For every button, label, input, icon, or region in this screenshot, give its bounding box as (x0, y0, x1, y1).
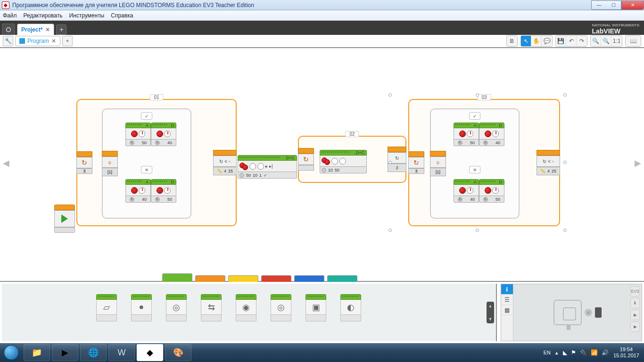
switch-block[interactable]: ⬨[1] ✓ ✕ A ↻50 D ↻40 A ↻40 (102, 108, 191, 219)
content-editor-icon[interactable]: 📖 (626, 36, 641, 46)
palette-block[interactable]: ◎ (271, 294, 291, 321)
help-group: 📖 (625, 35, 641, 47)
motor-pair-true: A ↻50 D ↻40 (125, 123, 176, 146)
taskbar-paint-icon[interactable]: 🎨 (165, 344, 191, 361)
close-icon[interactable]: ✕ (45, 26, 50, 33)
program-icon (19, 38, 25, 44)
windows-taskbar: 📁 ▶ 🌐 W ◆ 🎨 EN ▴ ◣ ⚑ 🔌 📶 🔊 19:54 15.01.2… (0, 343, 644, 362)
menu-tools[interactable]: Инструменты (69, 12, 104, 19)
wrench-icon[interactable]: 🔧 (3, 36, 13, 46)
zoom-in-icon[interactable]: 🔍 (601, 36, 611, 46)
palette-tab-action[interactable] (162, 273, 192, 282)
pan-icon[interactable]: ✋ (531, 36, 542, 46)
taskbar-clock[interactable]: 19:54 15.01.2017 (613, 346, 639, 359)
run-selected-icon[interactable]: ▶ (630, 321, 640, 332)
motor-block-a[interactable]: A ↻40 (125, 179, 151, 203)
palette-tab-data[interactable] (261, 275, 291, 282)
zoom-out-icon[interactable]: 🔍 (591, 36, 601, 46)
minimize-button[interactable]: — (591, 0, 606, 10)
app-icon: ◆ (2, 1, 9, 9)
download-icon[interactable]: ⬇ (630, 298, 640, 308)
tray-power-icon[interactable]: 🔌 (580, 349, 587, 356)
motor-pair-false: A ↻40 D ↻50 (125, 179, 176, 203)
tray-flag-icon[interactable]: ⚑ (571, 349, 576, 356)
document-icon[interactable]: 🗎 (507, 36, 517, 46)
taskbar-explorer-icon[interactable]: 📁 (24, 344, 50, 361)
loop-block-01[interactable]: 01 ↻3 ↻ < ▫ 📏425 ⬨[1] ✓ ✕ A ↻50 D (76, 99, 237, 226)
menu-help[interactable]: Справка (111, 12, 133, 19)
language-indicator[interactable]: EN (544, 350, 551, 355)
palette-block[interactable]: ◐ (340, 294, 361, 321)
menu-file[interactable]: Файл (3, 12, 17, 19)
move-tank-block[interactable]: D+C ▸▸| 50101✓ (238, 155, 297, 179)
case-false-mark[interactable]: ✕ (141, 166, 152, 173)
tray-volume-icon[interactable]: 🔊 (602, 349, 609, 356)
motor-block-d[interactable]: D ↻50 (151, 179, 176, 203)
run-icon[interactable]: ▶ (630, 310, 640, 320)
taskbar-media-icon[interactable]: ▶ (52, 344, 78, 361)
palette-tab-myblocks[interactable] (327, 275, 357, 282)
redo-icon[interactable]: ↷ (577, 36, 587, 46)
maximize-button[interactable]: ☐ (606, 0, 621, 10)
window-titlebar: ◆ Программное обеспечение для учителя LE… (0, 0, 644, 10)
case-true-mark[interactable]: ✓ (141, 112, 152, 120)
port-view-icon[interactable]: ☰ (501, 295, 513, 305)
ev3-label[interactable]: EV3 (630, 286, 640, 296)
lobby-button[interactable] (2, 24, 15, 35)
palette-tab-sensor[interactable] (228, 275, 258, 282)
palette-block[interactable]: ● (131, 294, 152, 321)
program-tab-bar: 🔧 Program ✕ + 🗎 ↖ ✋ 💬 💾 ↶ ↷ 🔍 🔍 1:1 📖 (0, 35, 644, 48)
program-tab-label: Program (27, 38, 49, 44)
bottom-panel: ▱ ● ◎ ⇆ ◉ ◎ ▣ ◐ ▲▼ ℹ ☰ ▦ ✕ EV3 ⬇ ▶ ▶ (0, 281, 644, 343)
menu-edit[interactable]: Редактировать (24, 12, 63, 19)
program-tab[interactable]: Program ✕ (15, 36, 60, 46)
loop-start: ↻3 (76, 151, 92, 174)
pointer-icon[interactable]: ↖ (521, 36, 531, 46)
zoom-reset-button[interactable]: 1:1 (611, 36, 622, 46)
palette-scroll[interactable]: ▲▼ (487, 302, 494, 323)
sequence-nav-left-icon[interactable]: ◀ (3, 158, 9, 168)
document-group: 🗎 (506, 35, 518, 47)
start-button[interactable] (0, 343, 23, 362)
tray-security-icon[interactable]: ◣ (563, 349, 567, 356)
brick-info-icon[interactable]: ℹ (501, 284, 513, 295)
system-tray: EN ▴ ◣ ⚑ 🔌 📶 🔊 19:54 15.01.2017 (544, 346, 644, 359)
program-canvas[interactable]: ◀ ▶ 01 ↻3 ↻ < ▫ 📏425 ⬨[1] ✓ ✕ A (0, 48, 644, 278)
tray-chevron-icon[interactable]: ▴ (555, 350, 558, 356)
block-palette: ▱ ● ◎ ⇆ ◉ ◎ ▣ ◐ ▲▼ (2, 284, 497, 341)
sequence-nav-right-icon[interactable]: ▶ (635, 158, 641, 168)
usb-icon (595, 307, 602, 318)
taskbar-word-icon[interactable]: W (108, 344, 135, 361)
add-project-button[interactable]: + (56, 25, 66, 35)
motor-block-a[interactable]: A ↻50 (125, 123, 151, 146)
save-icon[interactable]: 💾 (556, 36, 566, 46)
palette-block[interactable]: ⇆ (201, 294, 222, 321)
undo-icon[interactable]: ↶ (566, 36, 577, 46)
motor-block-d[interactable]: D ↻40 (151, 123, 176, 146)
project-tab-bar: Project* ✕ + NATIONAL INSTRUMENTSLabVIEW (0, 21, 644, 35)
project-tab[interactable]: Project* ✕ (17, 24, 54, 35)
taskbar-chrome-icon[interactable]: 🌐 (80, 344, 107, 361)
palette-block[interactable]: ◎ (166, 294, 187, 321)
window-title: Программное обеспечение для учителя LEGO… (12, 2, 254, 8)
loop-end[interactable]: ↻ < ▫ 📏425 (213, 150, 237, 175)
palette-tab-advanced[interactable] (294, 275, 324, 282)
close-icon[interactable]: ✕ (51, 38, 56, 44)
tray-network-icon[interactable]: 📶 (591, 349, 598, 356)
loop-label: 01 (149, 94, 163, 100)
hardware-page: ℹ ☰ ▦ ✕ (501, 284, 642, 341)
available-bricks-icon[interactable]: ▦ (501, 305, 513, 315)
taskbar-ev3-icon[interactable]: ◆ (137, 344, 163, 361)
menu-bar: Файл Редактировать Инструменты Справка (0, 10, 644, 21)
palette-block[interactable]: ◉ (236, 294, 256, 321)
palette-block[interactable]: ▣ (305, 294, 326, 321)
palette-block[interactable]: ▱ (96, 294, 117, 321)
palette-tab-flow[interactable] (195, 275, 225, 282)
selection-handles (390, 95, 565, 230)
add-program-button[interactable]: + (62, 36, 73, 46)
palette-category-tabs (162, 275, 357, 282)
close-button[interactable]: ✕ (621, 0, 644, 10)
comment-icon[interactable]: 💬 (542, 36, 552, 46)
move-tank-block[interactable]: D+C 1050 (320, 150, 367, 173)
start-block[interactable] (54, 205, 75, 233)
